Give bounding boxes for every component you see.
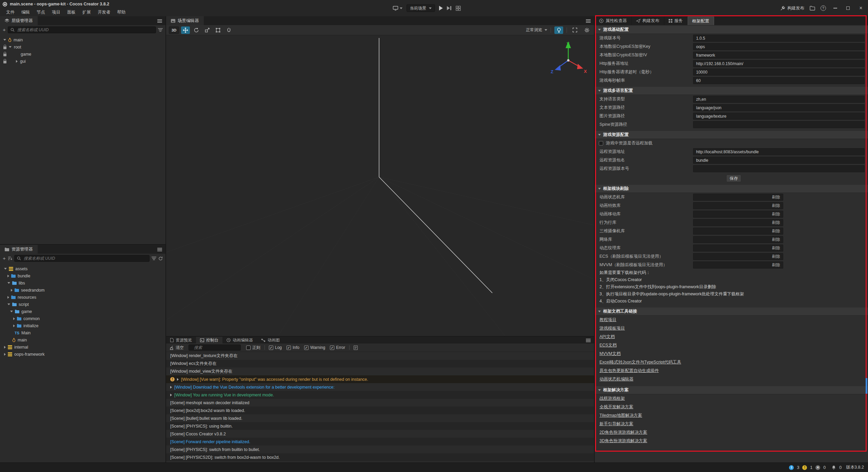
remove-button[interactable]: 剔除 [772, 211, 780, 217]
doc-link[interactable]: 原生包热更新配置自动生成插件 [595, 367, 868, 375]
section-module-strip[interactable]: 框架模块剔除 [595, 185, 868, 193]
section-resource-config[interactable]: 游戏资源配置 [595, 131, 868, 139]
warning-count-icon[interactable]: ! [802, 465, 807, 470]
remote-version-input[interactable] [693, 165, 865, 172]
panel-menu-icon[interactable] [586, 19, 591, 23]
doc-link[interactable]: 动画状态机编辑器 [595, 375, 868, 383]
info-count-icon[interactable]: i [789, 465, 794, 470]
solution-link[interactable]: Tiledmap地图解决方案 [595, 411, 868, 420]
doc-link[interactable]: 教程项目 [595, 316, 868, 324]
tree-node-resources[interactable]: resources [0, 294, 165, 301]
panel-menu-icon[interactable] [586, 338, 591, 343]
chevron-down-icon[interactable] [4, 268, 7, 270]
menu-panel[interactable]: 面板 [64, 9, 79, 15]
fps-input[interactable] [693, 77, 865, 84]
remote-bundle-input[interactable] [693, 157, 865, 164]
lighting-toggle-button[interactable] [554, 26, 563, 34]
tab-assets[interactable]: 资源管理器 [0, 245, 38, 254]
filter-log-toggle[interactable]: ✓Log [269, 345, 282, 350]
clear-console-button[interactable]: 清空 [170, 345, 184, 351]
menu-extension[interactable]: 扩展 [79, 9, 94, 15]
save-button[interactable]: 保存 [726, 175, 741, 182]
solution-link[interactable]: 2D角色扮演游戏解决方案 [595, 428, 868, 437]
tree-node-assets[interactable]: assets [0, 265, 165, 272]
tab-asset-preview[interactable]: 资源预览 [166, 337, 196, 343]
doc-link[interactable]: API文档 [595, 333, 868, 341]
maximize-button[interactable] [844, 4, 852, 12]
tree-node-main-scene[interactable]: main [0, 336, 165, 343]
tab-animation-editor[interactable]: 动画编辑器 [222, 337, 257, 343]
solution-link[interactable]: 3D角色扮演游戏解决方案 [595, 437, 868, 445]
chevron-down-icon[interactable] [9, 46, 12, 48]
tree-node-main[interactable]: main [0, 36, 165, 43]
3d-mode-button[interactable]: 3D [169, 26, 179, 34]
log-row[interactable]: [Scene] Cocos Creator v3.8.2 [166, 430, 594, 438]
gear-icon[interactable] [583, 26, 591, 34]
chevron-right-icon[interactable] [7, 275, 9, 277]
filter-error-toggle[interactable]: ✓Error [330, 345, 345, 350]
remove-button[interactable]: 剔除 [772, 262, 780, 268]
doc-link[interactable]: Excel格式转Json文件与TypeScript代码工具 [595, 358, 868, 367]
inspector-scrollbar-thumb[interactable] [866, 378, 867, 394]
expand-chevron-icon[interactable] [170, 386, 172, 389]
move-tool-button[interactable] [181, 26, 190, 34]
remote-load-checkbox[interactable] [599, 141, 603, 145]
tree-node-game[interactable]: game [0, 51, 165, 58]
solution-link[interactable]: 全栈开发解决方案 [595, 403, 868, 411]
log-row[interactable]: [Window] render_texture文件夹存在 [166, 352, 594, 360]
tree-node-root[interactable]: root [0, 43, 165, 51]
tree-node-bundle[interactable]: bundle [0, 272, 165, 279]
tree-node-common[interactable]: common [0, 315, 165, 322]
http-server-input[interactable] [693, 60, 865, 67]
tree-node-seedrandom[interactable]: seedrandom [0, 287, 165, 294]
spine-path-input[interactable] [693, 121, 865, 128]
languages-input[interactable] [693, 96, 865, 103]
regex-toggle[interactable]: 正则 [246, 345, 260, 351]
game-version-input[interactable] [693, 35, 865, 42]
lang-texture-path-input[interactable] [693, 113, 865, 120]
chevron-right-icon[interactable] [13, 324, 15, 327]
doc-link[interactable]: MVVM文档 [595, 350, 868, 358]
menu-developer[interactable]: 开发者 [94, 9, 114, 15]
axis-gizmo[interactable]: Y X Z [549, 39, 589, 80]
step-button[interactable] [447, 6, 451, 10]
chevron-right-icon[interactable] [4, 353, 6, 356]
error-count-icon[interactable]: × [815, 465, 820, 470]
tree-node-gui[interactable]: gui [0, 58, 165, 65]
http-timeout-input[interactable] [693, 68, 865, 76]
fullscreen-icon[interactable] [570, 26, 579, 34]
anchor-tool-button[interactable] [224, 26, 233, 34]
menu-file[interactable]: 文件 [3, 9, 18, 15]
remove-button[interactable]: 剔除 [772, 203, 780, 209]
preview-device-selector[interactable] [393, 5, 402, 11]
remove-button[interactable]: 剔除 [772, 228, 780, 234]
expand-chevron-icon[interactable] [177, 378, 179, 381]
current-scene-dropdown[interactable]: 当前场景 [407, 4, 435, 12]
tab-services[interactable]: 服务 [664, 17, 688, 25]
log-row[interactable]: [Scene] [bullet]:bullet wasm lib loaded. [166, 414, 594, 422]
minimize-button[interactable] [831, 4, 839, 12]
checkbox-checked[interactable]: ✓ [269, 346, 273, 350]
tree-node-libs[interactable]: libs [0, 279, 165, 287]
menu-project[interactable]: 项目 [48, 9, 64, 15]
tab-hierarchy[interactable]: 层级管理器 [0, 16, 38, 25]
checkbox-checked[interactable]: ✓ [304, 346, 309, 350]
view-mode-dropdown[interactable]: 正常浏览 [526, 27, 547, 33]
tree-node-internal[interactable]: internal [0, 343, 165, 351]
checkbox-unchecked[interactable] [246, 346, 251, 350]
lang-json-path-input[interactable] [693, 104, 865, 111]
crypto-key-input[interactable] [693, 43, 865, 50]
tab-console[interactable]: 控制台 [196, 337, 222, 343]
log-row[interactable]: [Window] ecs文件夹存在 [166, 360, 594, 368]
chevron-right-icon[interactable] [11, 289, 13, 292]
panel-menu-icon[interactable] [157, 19, 162, 23]
scale-tool-button[interactable] [203, 26, 212, 34]
chevron-right-icon[interactable] [7, 296, 9, 299]
remove-button[interactable]: 剔除 [772, 237, 780, 242]
rect-tool-button[interactable] [214, 26, 222, 34]
tab-inspector[interactable]: 属性检查器 [595, 17, 632, 25]
log-row[interactable]: [Window] You are running Vue in developm… [166, 391, 594, 399]
log-row[interactable]: [Scene] [PHYSICS]: switch from builtin t… [166, 446, 594, 453]
section-solutions[interactable]: 框架解决方案 [595, 386, 868, 394]
bell-icon[interactable] [831, 465, 836, 470]
